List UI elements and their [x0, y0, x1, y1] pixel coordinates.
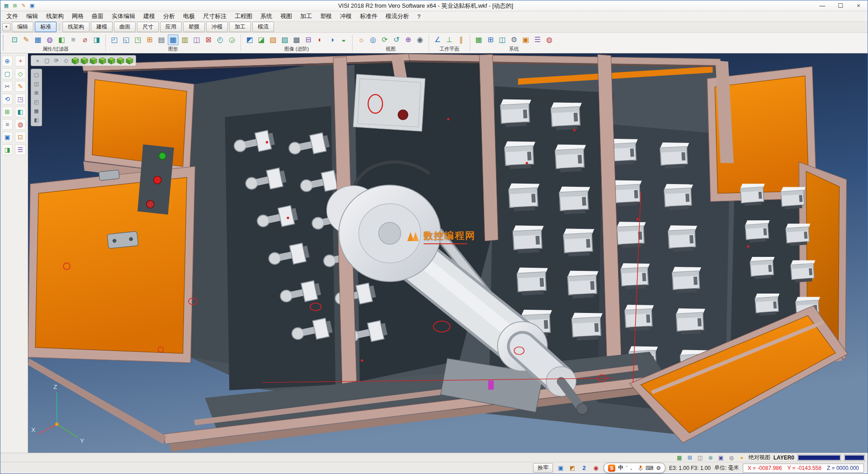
ribbon-icon[interactable]: ◧: [56, 34, 67, 45]
left-tool-icon[interactable]: ＋: [15, 56, 26, 66]
profile-2-icon[interactable]: 2: [580, 464, 588, 472]
ribbon-icon[interactable]: ◫: [191, 34, 202, 45]
left-tool-icon[interactable]: ✂: [2, 81, 13, 92]
rotate-view-icon[interactable]: ⟳: [52, 57, 61, 65]
iso-view-cube-icon[interactable]: [108, 57, 115, 65]
ribbon-icon[interactable]: ◍: [44, 34, 55, 45]
ribbon-icon[interactable]: ⊟: [303, 34, 314, 45]
ribbon-icon[interactable]: ◑: [326, 34, 337, 45]
ribbon-icon[interactable]: ✎: [21, 34, 32, 45]
status-tool-icon[interactable]: ◍: [728, 454, 735, 461]
save-icon[interactable]: ▣: [28, 2, 36, 9]
left-tool-icon[interactable]: ▢: [2, 68, 13, 79]
ribbon-icon[interactable]: ☰: [532, 34, 543, 45]
linetype-indicator[interactable]: [844, 455, 865, 461]
tab-machining[interactable]: 加工: [229, 22, 251, 32]
new-file-icon[interactable]: ⊞: [11, 2, 19, 9]
ribbon-icon[interactable]: ◉: [415, 34, 425, 45]
left-tool-icon[interactable]: ◍: [15, 119, 26, 130]
ribbon-icon[interactable]: ◒: [338, 34, 349, 45]
left-tool-icon[interactable]: ⊕: [2, 56, 13, 66]
ribbon-icon[interactable]: ◳: [132, 34, 143, 45]
viewport-3d[interactable]: Z X Y ＋ ▢ ⟳ ◇ ▢: [28, 53, 868, 453]
ribbon-icon[interactable]: ◫: [497, 34, 508, 45]
menu-item[interactable]: 尺寸标注: [199, 11, 231, 21]
ribbon-icon[interactable]: ▦: [168, 34, 179, 45]
ime-period-toggle[interactable]: 。: [630, 464, 636, 472]
iso-view-cube-icon[interactable]: [117, 57, 124, 65]
ime-logo-icon[interactable]: S: [608, 465, 615, 472]
left-tool-icon[interactable]: ⊡: [15, 132, 26, 142]
iso-view-cube-icon[interactable]: [71, 57, 79, 65]
left-tool-icon[interactable]: ◨: [2, 144, 13, 155]
menu-item[interactable]: 文件: [2, 11, 22, 21]
tab-surface[interactable]: 曲面: [114, 22, 136, 32]
menu-item[interactable]: 分析: [159, 11, 179, 21]
maximize-button[interactable]: ☐: [831, 0, 849, 11]
menu-item-help[interactable]: ?: [413, 12, 425, 21]
ribbon-icon[interactable]: ◨: [91, 34, 102, 45]
ribbon-icon[interactable]: ⊕: [403, 34, 414, 45]
tab-mold[interactable]: 塑膜: [183, 22, 205, 32]
status-tool-icon[interactable]: ⊕: [707, 454, 714, 461]
window-zoom-icon[interactable]: ▢: [43, 57, 51, 65]
ribbon-icon[interactable]: ◪: [256, 34, 267, 45]
iso-view-cube-icon[interactable]: [90, 57, 97, 65]
ribbon-icon[interactable]: ▨: [279, 34, 290, 45]
app-icon[interactable]: ▦: [3, 2, 10, 9]
ribbon-icon[interactable]: ◶: [226, 34, 237, 45]
menu-item[interactable]: 视图: [276, 11, 296, 21]
ribbon-icon[interactable]: ◰: [109, 34, 120, 45]
fit-view-icon[interactable]: ◇: [62, 57, 70, 65]
ribbon-icon[interactable]: ◐: [315, 34, 326, 45]
ribbon-icon[interactable]: ⚙: [509, 34, 519, 45]
ribbon-icon[interactable]: ☼: [356, 34, 367, 45]
tab-standard[interactable]: 标准: [35, 22, 57, 32]
viewport-tool-icon[interactable]: ▢: [33, 71, 40, 79]
info-icon[interactable]: ◉: [592, 464, 600, 472]
left-tool-icon[interactable]: ✎: [15, 81, 26, 92]
workplane-indicator-icon[interactable]: ●: [738, 454, 745, 461]
menu-item[interactable]: 线架构: [42, 11, 68, 21]
menu-item[interactable]: 加工: [296, 11, 316, 21]
tab-die[interactable]: 冲模: [206, 22, 228, 32]
ribbon-icon[interactable]: ∠: [432, 34, 443, 45]
ribbon-icon[interactable]: ⊡: [9, 34, 20, 45]
viewport-tool-icon[interactable]: ◰: [33, 98, 40, 106]
menu-item[interactable]: 模流分析: [382, 11, 413, 21]
viewport-tool-icon[interactable]: ◫: [33, 80, 40, 88]
ribbon-icon[interactable]: ▦: [33, 34, 43, 45]
ribbon-icon[interactable]: ⌀: [80, 34, 90, 45]
ribbon-icon[interactable]: ◍: [544, 34, 555, 45]
left-tool-icon[interactable]: ⊞: [2, 106, 13, 117]
status-tool-icon[interactable]: ◫: [697, 454, 704, 461]
left-tool-icon[interactable]: ☰: [15, 144, 26, 155]
left-tool-icon[interactable]: ⟲: [2, 94, 13, 104]
tab-modeling[interactable]: 建模: [91, 22, 113, 32]
ribbon-icon[interactable]: ≡: [68, 34, 79, 45]
toolbar-grip[interactable]: [3, 35, 5, 50]
menu-item[interactable]: 电极: [179, 11, 199, 21]
menu-item[interactable]: 编辑: [22, 11, 42, 21]
status-tool-icon[interactable]: ▣: [717, 454, 725, 461]
left-tool-icon[interactable]: ▣: [2, 132, 13, 142]
iso-view-cube-icon[interactable]: [126, 57, 133, 65]
viewport-tool-icon[interactable]: ▦: [33, 107, 40, 115]
menu-item[interactable]: 工程图: [231, 11, 256, 21]
menu-item[interactable]: 曲面: [88, 11, 108, 21]
keyboard-icon[interactable]: ⌨: [646, 465, 653, 471]
tab-flow[interactable]: 模流: [252, 22, 274, 32]
menu-item[interactable]: 实体编辑: [108, 11, 139, 21]
ribbon-icon[interactable]: ⊠: [203, 34, 214, 45]
ribbon-icon[interactable]: ∥: [456, 34, 467, 45]
active-layer[interactable]: LAYER0: [774, 455, 794, 461]
iso-view-cube-icon[interactable]: [80, 57, 88, 65]
ribbon-icon[interactable]: ⊥: [444, 34, 455, 45]
tab-apply[interactable]: 应用: [160, 22, 182, 32]
ribbon-icon[interactable]: ◎: [368, 34, 378, 45]
left-tool-icon[interactable]: ◧: [15, 106, 26, 117]
ribbon-icon[interactable]: ↺: [391, 34, 402, 45]
ribbon-icon[interactable]: ▥: [179, 34, 190, 45]
ribbon-icon[interactable]: ▤: [156, 34, 167, 45]
ribbon-icon[interactable]: ⊞: [144, 34, 155, 45]
